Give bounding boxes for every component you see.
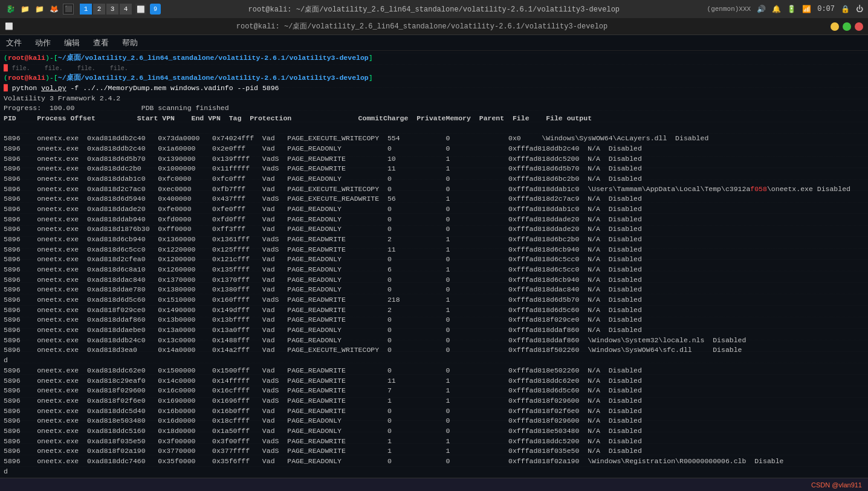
- terminal-content[interactable]: (root@kali)-[~/桌面/volatility_2.6_lin64_s…: [0, 51, 868, 478]
- desktop-4[interactable]: 4: [120, 4, 132, 15]
- system-bar: 🐉 📁 📁 🦊 ⬛ 1 2 3 4 ⬜ 9 root@kali: ~/桌面/vo…: [0, 0, 868, 18]
- lock-icon[interactable]: 🔒: [841, 5, 850, 14]
- network-icon[interactable]: 📶: [802, 5, 811, 14]
- desktop-3[interactable]: 3: [106, 4, 118, 15]
- battery-icon[interactable]: 🔋: [787, 5, 796, 14]
- power-icon[interactable]: ⏻: [856, 5, 863, 14]
- win-action-buttons: [831, 22, 863, 31]
- maximize-button[interactable]: [843, 22, 851, 31]
- menu-edit[interactable]: 编辑: [62, 36, 82, 50]
- terminal-scroll[interactable]: (root@kali)-[~/桌面/volatility_2.6_lin64_s…: [0, 51, 868, 478]
- kali-dragon-icon[interactable]: 🐉: [5, 4, 16, 15]
- minimize-button[interactable]: [831, 22, 839, 31]
- user-label: (genmon)XXX: [707, 5, 751, 13]
- menu-view[interactable]: 查看: [91, 36, 111, 50]
- files-icon2[interactable]: 📁: [34, 4, 45, 15]
- menu-bar: 文件 动作 编辑 查看 帮助: [0, 35, 868, 51]
- bottom-bar: CSDN @vlan911: [0, 478, 868, 491]
- notification-bell-icon[interactable]: 🔔: [772, 5, 781, 14]
- system-bar-center: root@kali: ~/桌面/volatility_2.6_lin64_sta…: [161, 4, 707, 15]
- window-icon: ⬜: [5, 22, 13, 30]
- terminal-output: (root@kali)-[~/桌面/volatility_2.6_lin64_s…: [0, 53, 868, 476]
- menu-action[interactable]: 动作: [33, 36, 53, 50]
- terminal-title: root@kali: ~/桌面/volatility_2.6_lin64_sta…: [13, 21, 831, 31]
- display-icon[interactable]: ⬜: [135, 4, 146, 15]
- close-button[interactable]: [855, 22, 863, 31]
- files-icon[interactable]: 📁: [19, 4, 30, 15]
- menu-file[interactable]: 文件: [4, 36, 24, 50]
- csdn-credit: CSDN @vlan911: [811, 481, 862, 489]
- system-bar-right: (genmon)XXX 🔊 🔔 🔋 📶 0:07 🔒 ⏻: [707, 5, 863, 14]
- volume-icon[interactable]: 🔊: [757, 5, 766, 14]
- window-controls: ⬜: [5, 22, 13, 30]
- clock: 0:07: [817, 5, 835, 13]
- terminal-window: ⬜ root@kali: ~/桌面/volatility_2.6_lin64_s…: [0, 18, 868, 491]
- desktop-2[interactable]: 2: [93, 4, 105, 15]
- system-bar-left: 🐉 📁 📁 🦊 ⬛ 1 2 3 4 ⬜ 9: [5, 4, 161, 15]
- desktop-1[interactable]: 1: [80, 4, 92, 15]
- terminal-titlebar: ⬜ root@kali: ~/桌面/volatility_2.6_lin64_s…: [0, 18, 868, 35]
- firefox-icon[interactable]: 🦊: [48, 4, 59, 15]
- terminal-icon[interactable]: ⬛: [63, 4, 74, 15]
- menu-help[interactable]: 帮助: [120, 36, 140, 50]
- desktop-switcher: 1 2 3 4: [80, 4, 132, 15]
- notification-icon[interactable]: 9: [150, 4, 161, 15]
